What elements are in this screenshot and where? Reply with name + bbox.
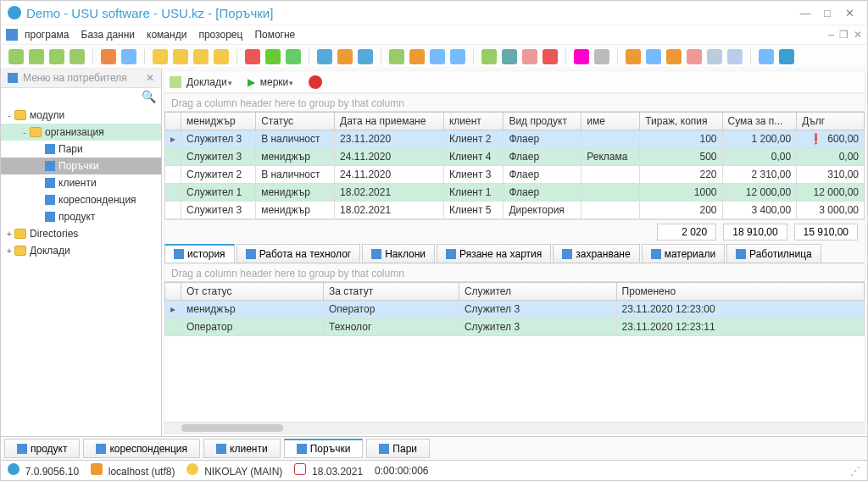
column-header[interactable]: Дълг [797,113,865,130]
column-header[interactable]: От статус [181,283,324,301]
toolbar-button[interactable] [522,49,537,64]
table-row[interactable]: ▸мениджърОператорСлужител 323.11.2020 12… [165,301,865,318]
menu-item[interactable]: Помогне [254,29,295,41]
tree-item[interactable]: +Доклади [1,242,161,259]
tree-item[interactable]: кореспонденция [1,191,161,208]
sidebar-close-button[interactable]: ✕ [146,72,154,84]
toolbar-button[interactable] [450,49,465,64]
tree-item[interactable]: Поръчки [1,158,161,174]
detail-tab[interactable]: история [164,244,235,263]
toolbar-button[interactable] [265,49,281,64]
menu-item[interactable]: База данни [81,29,136,41]
toolbar-button[interactable] [29,49,44,64]
toolbar-button[interactable] [430,49,445,64]
maximize-button[interactable]: □ [816,7,838,19]
toolbar-button[interactable] [245,49,260,64]
column-header[interactable]: име [581,113,640,130]
menu-item[interactable]: команди [147,29,186,41]
tree-item[interactable]: +Directories [1,225,161,242]
toolbar-button[interactable] [594,49,609,64]
toolbar-button[interactable] [214,49,229,64]
scrollbar-horizontal[interactable] [164,422,865,434]
expander-icon[interactable]: + [4,229,14,239]
bottom-tab[interactable]: продукт [4,439,80,458]
column-header[interactable]: Вид продукт [504,113,581,130]
search-icon[interactable]: 🔍 [142,90,156,103]
book-icon [562,249,572,259]
toolbar-button[interactable] [153,49,168,64]
table-row[interactable]: Служител 3мениджър24.11.2020Клиент 4Флае… [165,148,865,166]
reports-button[interactable]: Доклади▾ [186,76,232,88]
toolbar-button[interactable] [101,49,116,64]
detail-tab[interactable]: Работа на технолог [236,244,361,263]
toolbar-button[interactable] [286,49,301,64]
toolbar-button[interactable] [70,49,85,64]
bottom-tab[interactable]: Поръчки [284,439,364,458]
menu-item[interactable]: програма [25,29,70,41]
toolbar-button[interactable] [317,49,332,64]
expander-icon[interactable]: - [19,128,30,137]
toolbar-button[interactable] [409,49,425,64]
detail-tab[interactable]: материали [642,244,725,263]
toolbar-button[interactable] [358,49,373,64]
expander-icon[interactable]: - [4,111,14,120]
detail-tab[interactable]: захранване [553,244,639,263]
column-header[interactable]: Сума за п... [722,113,797,130]
detail-tab[interactable]: Наклони [362,244,435,263]
bottom-tab[interactable]: кореспонденция [83,439,200,458]
detail-tab[interactable]: Рязане на хартия [437,244,551,263]
column-header[interactable]: Тираж, копия [640,113,722,130]
detail-tab[interactable]: Работилница [726,244,821,263]
history-grid[interactable]: От статусЗа статутСлужителПроменено▸мени… [164,282,865,422]
table-row[interactable]: ▸Служител 3В наличност23.11.2020Клиент 2… [165,130,865,148]
tree-item[interactable]: -организация [1,124,161,141]
toolbar-button[interactable] [542,49,558,64]
close-button[interactable]: ✕ [838,7,860,19]
toolbar-button[interactable] [687,49,702,64]
toolbar-button[interactable] [727,49,743,64]
toolbar-button[interactable] [707,49,722,64]
bottom-tab[interactable]: Пари [366,439,430,458]
tree-item[interactable]: Пари [1,141,161,158]
toolbar-button[interactable] [481,49,497,64]
expander-icon[interactable]: + [4,246,14,256]
toolbar-button[interactable] [8,49,24,64]
toolbar-button[interactable] [389,49,404,64]
toolbar-button[interactable] [646,49,661,64]
table-row[interactable]: Служител 1мениджър18.02.2021Клиент 1Флае… [165,184,865,202]
toolbar-button[interactable] [666,49,682,64]
bottom-tab[interactable]: клиенти [203,439,281,458]
resize-grip-icon[interactable]: ⋰ [850,465,860,477]
column-header[interactable]: Дата на приемане [335,113,444,130]
table-row[interactable]: ОператорТехнологСлужител 323.11.2020 12:… [165,318,865,336]
table-row[interactable]: Служител 2В наличност24.11.2020Клиент 3Ф… [165,166,865,184]
column-header[interactable]: Статус [256,113,335,130]
column-header[interactable]: клиент [443,113,503,130]
toolbar-button[interactable] [337,49,353,64]
mdi-restore-button[interactable]: ❐ [839,29,849,41]
toolbar-button[interactable] [626,49,641,64]
toolbar-button[interactable] [574,49,589,64]
actions-button[interactable]: мерки▾ [260,76,294,88]
tree-item[interactable]: -модули [1,107,161,124]
toolbar-button[interactable] [173,49,188,64]
mdi-close-button[interactable]: ✕ [854,29,862,41]
mdi-minimize-button[interactable]: – [828,29,834,41]
tree-item[interactable]: клиенти [1,174,161,191]
column-header[interactable]: За статут [324,283,459,301]
column-header[interactable]: Променено [616,283,864,301]
column-header[interactable]: Служител [459,283,616,301]
toolbar-button[interactable] [121,49,136,64]
toolbar-button[interactable] [759,49,774,64]
tree-item[interactable]: продукт [1,208,161,225]
stop-icon[interactable] [309,75,322,89]
toolbar-button[interactable] [193,49,209,64]
table-row[interactable]: Служител 3мениджър18.02.2021Клиент 5Дире… [165,202,865,219]
toolbar-button[interactable] [502,49,517,64]
minimize-button[interactable]: — [794,7,816,19]
toolbar-button[interactable] [779,49,794,64]
toolbar-button[interactable] [49,49,64,64]
column-header[interactable]: мениджър [181,113,256,130]
menu-item[interactable]: прозорец [198,29,242,41]
orders-grid[interactable]: мениджърСтатусДата на приеманеклиентВид … [164,112,865,219]
